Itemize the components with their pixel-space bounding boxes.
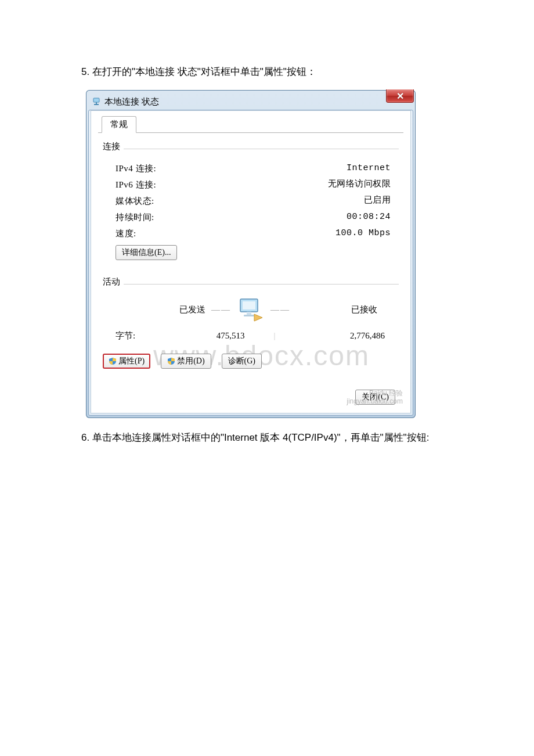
svg-rect-2 [94, 104, 99, 105]
close-dialog-button[interactable]: 关闭(C) [355, 390, 395, 405]
media-value: 已启用 [364, 193, 391, 209]
svg-rect-5 [247, 312, 251, 315]
tab-general[interactable]: 常规 [102, 116, 136, 133]
computer-icon [237, 297, 265, 322]
diagnose-button-label: 诊断(G) [228, 356, 255, 366]
sent-label: 已发送 [124, 304, 205, 315]
speed-label: 速度: [116, 225, 136, 242]
group-connection-label: 连接 [103, 141, 124, 152]
group-activity-label: 活动 [103, 276, 124, 287]
shield-icon [109, 357, 117, 365]
step-6-text: 6. 单击本地连接属性对话框中的"Internet 版本 4(TCP/IPv4)… [81, 430, 453, 445]
bytes-label: 字节: [116, 328, 135, 343]
close-button[interactable]: ✕ [386, 89, 414, 103]
svg-rect-1 [96, 102, 97, 104]
titlebar: 本地连接 状态 ✕ [88, 92, 413, 110]
step-5-text: 5. 在打开的"本地连接 状态"对话框中单击"属性"按钮： [81, 64, 453, 80]
network-icon [92, 97, 101, 106]
dash-left: —— [211, 305, 231, 315]
disable-button-label: 禁用(D) [177, 356, 204, 366]
svg-rect-4 [243, 301, 255, 309]
recv-label: 已接收 [296, 304, 377, 315]
bytes-recv-value: 2,776,486 [276, 328, 385, 343]
details-button[interactable]: 详细信息(E)... [116, 245, 177, 260]
ipv6-label: IPv6 连接: [116, 177, 156, 193]
dialog-window: www.bdocx.com 本地连接 状态 ✕ 常规 [86, 90, 416, 418]
ipv4-label: IPv4 连接: [116, 160, 156, 177]
duration-value: 00:08:24 [347, 209, 391, 225]
svg-rect-0 [93, 98, 99, 102]
tab-strip: 常规 [98, 116, 403, 133]
close-icon: ✕ [396, 91, 404, 102]
shield-icon [167, 357, 175, 365]
disable-button[interactable]: 禁用(D) [161, 354, 211, 369]
ipv4-value: Internet [347, 160, 391, 177]
duration-label: 持续时间: [116, 209, 154, 225]
properties-button-label: 属性(P) [118, 356, 145, 366]
svg-rect-6 [244, 315, 254, 316]
ipv6-value: 无网络访问权限 [328, 177, 391, 193]
close-dialog-button-label: 关闭(C) [362, 392, 389, 402]
diagnose-button[interactable]: 诊断(G) [222, 354, 262, 369]
details-button-label: 详细信息(E)... [122, 247, 171, 258]
bytes-sent-value: 475,513 [135, 328, 273, 343]
dialog-title: 本地连接 状态 [104, 96, 159, 107]
dash-right: —— [270, 305, 290, 315]
speed-value: 100.0 Mbps [335, 225, 391, 242]
media-label: 媒体状态: [116, 193, 154, 209]
properties-button[interactable]: 属性(P) [103, 354, 150, 369]
